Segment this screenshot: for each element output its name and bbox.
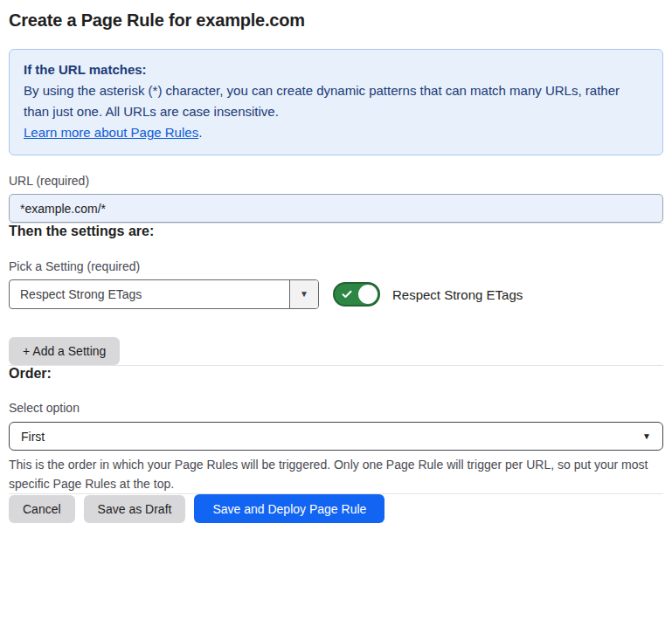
info-box-link-line: Learn more about Page Rules.: [24, 122, 648, 143]
url-label: URL (required): [9, 174, 663, 188]
info-box-heading: If the URL matches:: [24, 59, 648, 80]
select-option-label: Select option: [9, 401, 663, 415]
footer-actions: Cancel Save as Draft Save and Deploy Pag…: [9, 494, 663, 523]
setting-dropdown-value: Respect Strong ETags: [10, 280, 289, 308]
order-heading: Order:: [9, 366, 663, 382]
settings-heading: Then the settings are:: [9, 224, 663, 239]
setting-toggle[interactable]: [333, 282, 380, 307]
toggle-knob: [358, 285, 378, 304]
order-help-text: This is the order in which your Page Rul…: [9, 455, 663, 493]
save-deploy-button[interactable]: Save and Deploy Page Rule: [194, 494, 384, 523]
url-match-info-box: If the URL matches: By using the asteris…: [9, 49, 663, 155]
setting-dropdown[interactable]: Respect Strong ETags ▼: [9, 279, 319, 309]
pick-setting-label: Pick a Setting (required): [9, 259, 663, 273]
create-page-rule-form: Create a Page Rule for example.com If th…: [0, 0, 672, 523]
order-select[interactable]: First ▼: [9, 422, 663, 451]
page-title: Create a Page Rule for example.com: [9, 10, 663, 31]
cancel-button[interactable]: Cancel: [9, 495, 75, 523]
url-input[interactable]: [9, 194, 663, 223]
learn-more-link[interactable]: Learn more about Page Rules: [24, 125, 198, 140]
select-chevron-down-icon: ▼: [642, 432, 651, 441]
info-box-body: By using the asterisk (*) character, you…: [24, 80, 648, 122]
setting-row: Respect Strong ETags ▼ Respect Strong ET…: [9, 279, 663, 309]
order-select-value: First: [21, 430, 642, 444]
add-setting-button[interactable]: + Add a Setting: [9, 337, 120, 365]
check-icon: [342, 289, 352, 300]
toggle-label: Respect Strong ETags: [392, 287, 523, 302]
save-draft-button[interactable]: Save as Draft: [84, 495, 186, 523]
setting-dropdown-arrow-button[interactable]: ▼: [289, 280, 318, 308]
learn-more-suffix: .: [198, 125, 202, 140]
chevron-down-icon: ▼: [300, 290, 308, 299]
